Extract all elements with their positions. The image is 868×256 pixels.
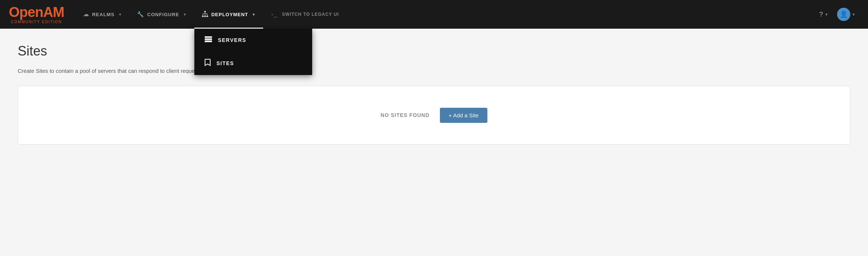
svg-rect-2 (204, 15, 206, 17)
nav-item-switch-legacy[interactable]: ›_ SWITCH TO LEGACY UI (263, 0, 346, 29)
sites-icon (205, 59, 211, 68)
nav-item-deployment[interactable]: DEPLOYMENT ▼ (194, 0, 263, 29)
logo-sub-text: COMMUNITY EDITION (9, 20, 64, 24)
logo-open-text: Open (9, 4, 43, 20)
sites-label: SITES (216, 60, 234, 66)
page-description: Create Sites to contain a pool of server… (18, 68, 850, 74)
terminal-icon: ›_ (271, 11, 278, 17)
nav-right: ? ▼ 👤 ▼ (815, 0, 859, 29)
help-chevron-icon: ▼ (825, 13, 828, 17)
nav-configure-label: CONFIGURE (147, 12, 179, 17)
nav-realms-label: REALMS (92, 12, 114, 17)
logo[interactable]: OpenAM COMMUNITY EDITION (9, 5, 64, 24)
avatar-icon: 👤 (840, 10, 848, 18)
realms-chevron-icon: ▼ (118, 13, 122, 17)
navbar: OpenAM COMMUNITY EDITION ☁ REALMS ▼ 🔧 CO… (0, 0, 868, 29)
svg-rect-11 (205, 40, 212, 42)
wrench-icon: 🔧 (137, 11, 144, 18)
deployment-chevron-icon: ▼ (252, 13, 256, 17)
svg-rect-3 (207, 15, 208, 17)
nav-item-realms[interactable]: ☁ REALMS ▼ (76, 0, 130, 29)
nav-item-deployment-wrap: DEPLOYMENT ▼ SERVERS (194, 0, 263, 29)
add-site-button[interactable]: + Add a Site (440, 108, 487, 123)
help-button[interactable]: ? ▼ (815, 0, 832, 29)
servers-label: SERVERS (218, 37, 246, 43)
no-sites-label: NO SITES FOUND (381, 112, 430, 118)
dropdown-item-servers[interactable]: SERVERS (194, 29, 312, 51)
svg-rect-0 (204, 11, 206, 12)
logo-am-text: AM (43, 4, 64, 20)
svg-rect-1 (202, 15, 204, 17)
user-menu-button[interactable]: 👤 ▼ (833, 0, 859, 29)
cloud-icon: ☁ (83, 11, 89, 18)
svg-rect-10 (205, 39, 212, 40)
configure-chevron-icon: ▼ (183, 13, 187, 17)
deployment-icon (202, 11, 208, 18)
nav-deployment-label: DEPLOYMENT (211, 12, 248, 17)
help-icon: ? (819, 11, 823, 18)
switch-legacy-label: SWITCH TO LEGACY UI (282, 12, 339, 17)
deployment-dropdown: SERVERS SITES (194, 29, 312, 75)
avatar: 👤 (837, 8, 850, 21)
sites-container: NO SITES FOUND + Add a Site (18, 86, 850, 145)
nav-item-configure[interactable]: 🔧 CONFIGURE ▼ (130, 0, 194, 29)
dropdown-item-sites[interactable]: SITES (194, 51, 312, 75)
svg-rect-9 (205, 36, 212, 38)
main-content: Sites Create Sites to contain a pool of … (0, 29, 868, 159)
user-chevron-icon: ▼ (852, 13, 855, 17)
servers-icon (205, 36, 212, 44)
page-title: Sites (18, 43, 850, 59)
nav-items: ☁ REALMS ▼ 🔧 CONFIGURE ▼ (76, 0, 815, 29)
